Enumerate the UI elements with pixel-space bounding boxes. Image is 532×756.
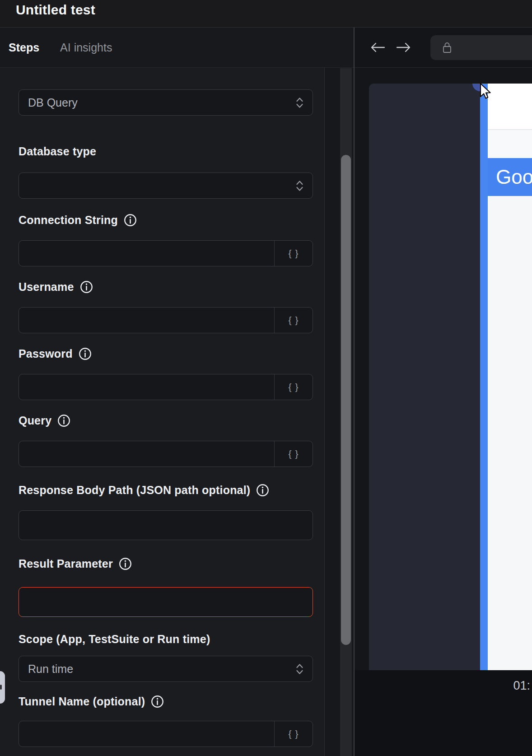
action-type-value: DB Query <box>28 96 78 109</box>
variables-braces-button[interactable]: { } <box>274 308 313 333</box>
live-preview-panel: Goog 01: <box>355 68 532 756</box>
preview-gray-strip <box>488 130 532 158</box>
tunnel-name-input[interactable] <box>19 721 274 747</box>
edge-drag-handle[interactable] <box>0 671 5 704</box>
preview-google-banner: Goog <box>488 158 532 196</box>
preview-banner-text: Goog <box>496 166 532 188</box>
remote-browser-viewport[interactable] <box>369 84 480 670</box>
connection-string-field: { } <box>19 240 313 266</box>
window-titlebar: Untitled test <box>0 0 532 28</box>
info-icon[interactable] <box>80 280 93 294</box>
browser-toolbar <box>355 28 532 68</box>
database-type-select[interactable] <box>19 173 313 199</box>
variables-braces-button[interactable]: { } <box>274 721 313 747</box>
result-parameter-label: Result Parameter <box>19 557 313 570</box>
scope-select[interactable]: Run time <box>19 656 313 682</box>
response-body-path-field <box>19 510 313 540</box>
page-title: Untitled test <box>16 2 95 18</box>
result-parameter-input[interactable] <box>19 588 313 616</box>
chevron-up-down-icon <box>296 97 303 109</box>
info-icon[interactable] <box>151 695 164 708</box>
scope-value: Run time <box>28 663 73 676</box>
chevron-up-down-icon <box>296 180 303 192</box>
response-body-path-label: Response Body Path (JSON path optional) <box>19 483 313 497</box>
query-input[interactable] <box>19 441 274 467</box>
preview-blue-strip <box>480 84 488 670</box>
password-input[interactable] <box>19 374 274 400</box>
variables-braces-button[interactable]: { } <box>274 374 313 400</box>
query-field: { } <box>19 441 313 467</box>
connection-string-label: Connection String <box>19 213 313 227</box>
info-icon[interactable] <box>57 414 70 427</box>
info-icon[interactable] <box>119 557 132 570</box>
scrollbar-thumb[interactable] <box>341 155 351 645</box>
password-label: Password <box>19 347 313 360</box>
address-bar[interactable] <box>430 35 532 60</box>
database-type-label: Database type <box>19 145 313 158</box>
lock-icon <box>441 42 453 54</box>
back-arrow-icon[interactable] <box>370 42 385 53</box>
tunnel-name-field: { } <box>19 721 313 747</box>
tunnel-name-label: Tunnel Name (optional) <box>19 695 313 708</box>
action-type-select[interactable]: DB Query <box>19 89 313 116</box>
tab-steps[interactable]: Steps <box>9 41 39 54</box>
info-icon[interactable] <box>256 484 269 497</box>
tab-ai-insights[interactable]: AI insights <box>60 41 112 54</box>
password-field: { } <box>19 374 313 400</box>
query-label: Query <box>19 414 313 427</box>
mouse-pointer-icon <box>480 83 497 103</box>
scope-label: Scope (App, TestSuite or Run time) <box>19 632 313 646</box>
username-input[interactable] <box>19 308 274 333</box>
preview-page-edge: Goog <box>488 84 532 670</box>
tab-bar: Steps AI insights <box>0 28 354 68</box>
result-parameter-field <box>19 587 313 617</box>
drag-handle-dot <box>0 685 2 690</box>
info-icon[interactable] <box>124 214 137 227</box>
response-body-path-input[interactable] <box>19 511 313 540</box>
chevron-up-down-icon <box>296 663 303 675</box>
scrollbar-gutter <box>324 68 354 756</box>
recording-bottom-bar: 01: <box>355 670 532 756</box>
variables-braces-button[interactable]: { } <box>274 441 313 467</box>
variables-braces-button[interactable]: { } <box>274 241 313 266</box>
username-label: Username <box>19 280 313 294</box>
db-query-form: DB Query Database type Connection String… <box>19 68 313 747</box>
forward-arrow-icon[interactable] <box>396 42 411 53</box>
username-field: { } <box>19 307 313 333</box>
info-icon[interactable] <box>79 347 92 360</box>
session-timer: 01: <box>513 679 530 693</box>
connection-string-input[interactable] <box>19 241 274 266</box>
